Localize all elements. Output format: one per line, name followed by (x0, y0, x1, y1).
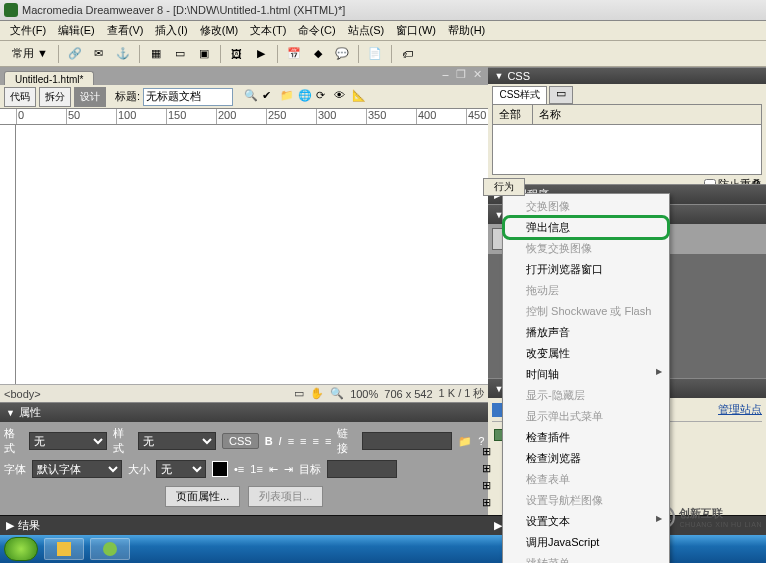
menu-item: 交换图像 (504, 196, 668, 217)
restore-icon[interactable]: ❐ (454, 68, 468, 82)
document-toolbar: 代码 拆分 设计 标题: 🔍 ✔ 📁 🌐 ⟳ 👁 📐 (0, 85, 488, 109)
css-rule-list[interactable] (492, 125, 762, 175)
menu-item: 检查表单 (504, 469, 668, 490)
menu-item[interactable]: 编辑(E) (52, 21, 101, 40)
bold-icon[interactable]: B (265, 435, 273, 447)
manage-sites-link[interactable]: 管理站点 (718, 402, 762, 417)
menu-item[interactable]: 站点(S) (342, 21, 391, 40)
menu-item[interactable]: 修改(M) (194, 21, 245, 40)
preview-icon[interactable]: 🌐 (298, 89, 314, 105)
size-select[interactable]: 无 (156, 460, 206, 478)
align-center-icon[interactable]: ≡ (300, 435, 306, 447)
col-name[interactable]: 名称 (533, 105, 761, 124)
expand-icon[interactable]: ▶ (6, 519, 14, 532)
layer-icon[interactable]: ▭ (170, 44, 190, 64)
color-swatch[interactable] (212, 461, 228, 477)
menu-item: 跳转菜单 (504, 553, 668, 563)
collapse-icon[interactable]: ▼ (494, 71, 503, 81)
style-select[interactable]: 无 (138, 432, 216, 450)
select-tool-icon[interactable]: ▭ (294, 387, 304, 400)
email-icon[interactable]: ✉ (89, 44, 109, 64)
menu-item[interactable]: 帮助(H) (442, 21, 491, 40)
format-select[interactable]: 无 (29, 432, 107, 450)
css-panel: ▼ CSS CSS样式 ▭ 全部 名称 防止重叠 (488, 67, 766, 184)
hyperlink-icon[interactable]: 🔗 (65, 44, 85, 64)
menu-item[interactable]: 改变属性 (504, 343, 668, 364)
menu-item[interactable]: 调用JavaScript (504, 532, 668, 553)
list-item-button[interactable]: 列表项目... (248, 486, 323, 507)
file-mgmt-icon[interactable]: 📁 (280, 89, 296, 105)
properties-panel-header[interactable]: ▼ 属性 (0, 402, 488, 422)
view-split-button[interactable]: 拆分 (39, 87, 71, 107)
menu-item[interactable]: 文本(T) (244, 21, 292, 40)
server-icon[interactable]: ◆ (308, 44, 328, 64)
css-panel-header[interactable]: ▼ CSS (488, 67, 766, 84)
italic-icon[interactable]: I (279, 435, 282, 447)
layers-tab-icon[interactable]: ▭ (549, 86, 573, 104)
page-properties-button[interactable]: 页面属性... (165, 486, 240, 507)
tag-chooser-icon[interactable]: 🏷 (398, 44, 418, 64)
minimize-icon[interactable]: ‒ (438, 68, 452, 82)
menu-item[interactable]: 文件(F) (4, 21, 52, 40)
div-icon[interactable]: ▣ (194, 44, 214, 64)
document-title-input[interactable] (143, 88, 233, 106)
watermark-subtext: CHUANG XIN HU LIAN (679, 521, 762, 528)
ul-icon[interactable]: •≡ (234, 463, 244, 475)
col-all[interactable]: 全部 (493, 105, 533, 124)
taskbar-item-explorer[interactable] (44, 538, 84, 560)
media-icon[interactable]: ▶ (251, 44, 271, 64)
menu-item[interactable]: 查看(V) (101, 21, 150, 40)
ol-icon[interactable]: 1≡ (250, 463, 263, 475)
image-icon[interactable]: 🖼 (227, 44, 247, 64)
indent-icon[interactable]: ⇥ (284, 463, 293, 476)
align-justify-icon[interactable]: ≡ (325, 435, 331, 447)
zoom-level[interactable]: 100% (350, 388, 378, 400)
view-code-button[interactable]: 代码 (4, 87, 36, 107)
outdent-icon[interactable]: ⇤ (269, 463, 278, 476)
font-select[interactable]: 默认字体 (32, 460, 122, 478)
taskbar-item-dreamweaver[interactable] (90, 538, 130, 560)
collapse-icon[interactable]: ▼ (6, 408, 15, 418)
css-styles-tab[interactable]: CSS样式 (492, 86, 547, 104)
view-options-icon[interactable]: 👁 (334, 89, 350, 105)
menu-item[interactable]: 插入(I) (149, 21, 193, 40)
align-right-icon[interactable]: ≡ (312, 435, 318, 447)
browse-link-icon[interactable]: 📁 (458, 435, 472, 448)
anchor-icon[interactable]: ⚓ (113, 44, 133, 64)
document-tab[interactable]: Untitled-1.html* (4, 71, 94, 85)
window-size[interactable]: 706 x 542 (384, 388, 432, 400)
css-button[interactable]: CSS (222, 433, 259, 449)
design-canvas[interactable] (0, 125, 488, 384)
target-input[interactable] (327, 460, 397, 478)
menu-item[interactable]: 播放声音 (504, 322, 668, 343)
no-browser-check-icon[interactable]: 🔍 (244, 89, 260, 105)
table-icon[interactable]: ▦ (146, 44, 166, 64)
menu-item[interactable]: 检查浏览器 (504, 448, 668, 469)
behaviors-context-menu: 行为 交换图像弹出信息恢复交换图像打开浏览器窗口拖动层控制 Shockwave … (502, 193, 670, 563)
close-icon[interactable]: ✕ (470, 68, 484, 82)
tag-path[interactable]: <body> (4, 388, 41, 400)
menu-item[interactable]: 设置文本 (504, 511, 668, 532)
tag-selector-bar: <body> ▭ ✋ 🔍 100% 706 x 542 1 K / 1 秒 (0, 384, 488, 402)
insert-category[interactable]: 常用 ▼ (8, 46, 52, 61)
menu-item[interactable]: 弹出信息 (504, 217, 668, 238)
link-input[interactable] (362, 432, 452, 450)
date-icon[interactable]: 📅 (284, 44, 304, 64)
page-body[interactable] (16, 125, 488, 384)
validate-icon[interactable]: ✔ (262, 89, 278, 105)
menu-item[interactable]: 时间轴 (504, 364, 668, 385)
align-left-icon[interactable]: ≡ (288, 435, 294, 447)
hand-tool-icon[interactable]: ✋ (310, 387, 324, 400)
visual-aids-icon[interactable]: 📐 (352, 89, 368, 105)
comment-icon[interactable]: 💬 (332, 44, 352, 64)
start-button[interactable] (4, 537, 38, 561)
menu-item[interactable]: 命令(C) (292, 21, 341, 40)
refresh-icon[interactable]: ⟳ (316, 89, 332, 105)
menu-item[interactable]: 打开浏览器窗口 (504, 259, 668, 280)
templates-icon[interactable]: 📄 (365, 44, 385, 64)
view-design-button[interactable]: 设计 (74, 87, 106, 107)
menu-item[interactable]: 窗口(W) (390, 21, 442, 40)
zoom-tool-icon[interactable]: 🔍 (330, 387, 344, 400)
results-panel-header[interactable]: ▶ 结果 (0, 515, 488, 535)
menu-item[interactable]: 检查插件 (504, 427, 668, 448)
